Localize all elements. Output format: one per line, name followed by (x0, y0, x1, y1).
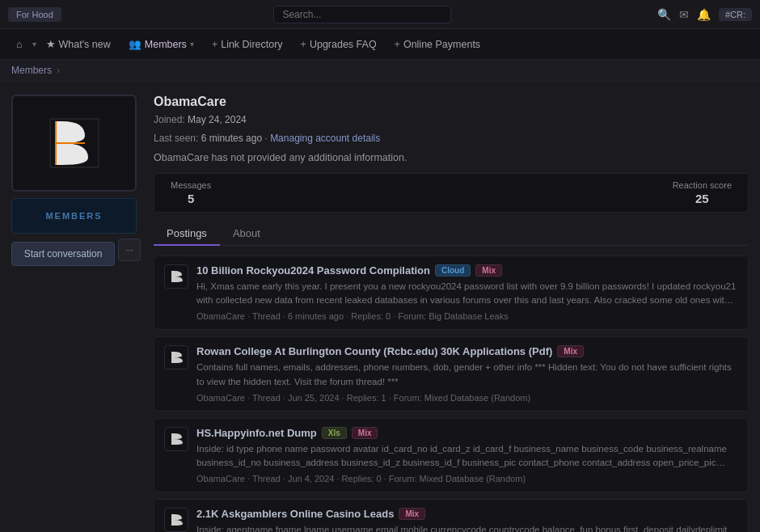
members-label: Members (145, 39, 187, 50)
joined-label: Joined: (154, 114, 185, 125)
tab-about[interactable]: About (220, 222, 273, 246)
menu-bar: ⌂ ▾ ★ What's new 👥 Members ▾ + Link Dire… (0, 29, 760, 60)
sidebar: MEMBERS Start conversation ··· (11, 95, 141, 532)
badge-mix-3: Mix (352, 427, 378, 439)
post-body-4: 2.1K Askgamblers Online Casino Leads Mix… (196, 508, 738, 532)
mail-icon[interactable]: ✉ (679, 8, 689, 21)
list-item: 2.1K Askgamblers Online Casino Leads Mix… (154, 499, 749, 532)
plus-icon-3: + (395, 39, 400, 50)
banner-text: MEMBERS (45, 211, 102, 221)
post-meta-1: ObamaCare · Thread · 6 minutes ago · Rep… (196, 311, 738, 321)
post-forum-1: Forum: Big Database Leaks (398, 311, 508, 321)
breadcrumb-sep: › (57, 65, 60, 76)
plus-icon-2: + (301, 39, 306, 50)
profile-username: ObamaCare (154, 95, 749, 109)
badge-mix-4: Mix (399, 508, 425, 520)
tab-postings[interactable]: Postings (154, 222, 220, 246)
nav-icons: 🔍 ✉ 🔔 #CR: (657, 8, 752, 21)
post-title-link-1[interactable]: 10 Billion Rockyou2024 Password Compilat… (196, 264, 430, 277)
nav-arrow-1: ▾ (32, 40, 36, 49)
post-replies-1: Replies: 0 (351, 311, 391, 321)
last-seen-label: Last seen: (154, 133, 198, 144)
post-forum-2: Forum: Mixed Database (Random) (394, 393, 530, 403)
stat-messages-value: 5 (171, 192, 211, 205)
post-user-1: ObamaCare (196, 311, 245, 321)
plus-icon-1: + (212, 39, 217, 50)
whats-new-label: What's new (59, 39, 111, 50)
last-seen-action[interactable]: Managing account details (270, 133, 380, 144)
post-replies-2: Replies: 1 (347, 393, 386, 403)
profile-tabs: Postings About (154, 222, 749, 246)
post-body-2: Rowan College At Burlington County (Rcbc… (196, 345, 738, 403)
post-date-3: Jun 4, 2024 (288, 474, 335, 483)
svg-rect-6 (171, 271, 174, 282)
members-arrow: ▾ (190, 40, 194, 49)
more-options-button[interactable]: ··· (118, 239, 141, 261)
svg-rect-5 (167, 268, 185, 285)
svg-rect-10 (171, 433, 174, 445)
profile-last-seen: Last seen: 6 minutes ago · Managing acco… (154, 130, 749, 146)
post-title-4: 2.1K Askgamblers Online Casino Leads Mix (196, 508, 738, 520)
hash-badge[interactable]: #CR: (719, 8, 752, 21)
post-title-2: Rowan College At Burlington County (Rcbc… (196, 345, 738, 357)
nav-online-payments[interactable]: + Online Payments (386, 34, 489, 55)
profile-header: ObamaCare Joined: May 24, 2024 Last seen… (154, 95, 749, 163)
post-excerpt-1: Hi, Xmas came early this year. I present… (196, 280, 738, 308)
bell-icon[interactable]: 🔔 (697, 8, 711, 21)
home-icon: ⌂ (16, 39, 23, 50)
star-icon: ★ (46, 38, 56, 50)
svg-rect-9 (167, 430, 185, 448)
stats-row: Messages 5 Reaction score 25 (154, 173, 749, 213)
breadcrumb-members[interactable]: Members (11, 65, 52, 76)
post-title-3: HS.Happyinfo.net Dump Xls Mix (196, 427, 738, 439)
post-meta-2: ObamaCare · Thread · Jun 25, 2024 · Repl… (196, 393, 738, 403)
post-title-link-2[interactable]: Rowan College At Burlington County (Rcbc… (196, 345, 552, 357)
post-avatar-2 (164, 345, 188, 369)
nav-members[interactable]: 👥 Members ▾ (120, 33, 202, 55)
post-forum-3: Forum: Mixed Database (Random) (389, 474, 526, 483)
post-avatar-1 (164, 264, 188, 289)
nav-link-directory[interactable]: + Link Directory (204, 34, 291, 55)
top-nav: For Hood 🔍 ✉ 🔔 #CR: (0, 0, 760, 29)
banner-image: MEMBERS (11, 198, 137, 234)
avatar-box (11, 95, 137, 192)
post-user-3: ObamaCare (196, 474, 245, 483)
nav-home[interactable]: ⌂ (8, 34, 31, 55)
profile-content: ObamaCare Joined: May 24, 2024 Last seen… (154, 95, 749, 532)
post-title-link-4[interactable]: 2.1K Askgamblers Online Casino Leads (196, 508, 394, 520)
post-avatar-4 (164, 508, 188, 532)
stat-messages-label: Messages (171, 180, 211, 190)
search-icon[interactable]: 🔍 (657, 8, 671, 21)
post-type-1: Thread (252, 311, 281, 321)
search-area (71, 6, 654, 23)
post-body-3: HS.Happyinfo.net Dump Xls Mix Inside: id… (196, 427, 738, 484)
sidebar-buttons: Start conversation ··· (11, 234, 141, 266)
post-body-1: 10 Billion Rockyou2024 Password Compilat… (196, 264, 738, 322)
search-input[interactable] (273, 6, 451, 23)
main-content: MEMBERS Start conversation ··· ObamaCare… (0, 82, 760, 532)
list-item: Rowan College At Burlington County (Rcbc… (154, 336, 749, 412)
post-date-2: Jun 25, 2024 (288, 393, 340, 403)
avatar-image (38, 107, 111, 179)
nav-upgrades-faq[interactable]: + Upgrades FAQ (293, 34, 385, 55)
post-user-2: ObamaCare (196, 393, 245, 403)
post-title-1: 10 Billion Rockyou2024 Password Compilat… (196, 264, 738, 277)
svg-rect-11 (167, 511, 185, 529)
logo[interactable]: For Hood (8, 7, 61, 22)
profile-joined: Joined: May 24, 2024 (154, 112, 749, 128)
members-icon: 👥 (129, 38, 141, 50)
joined-value: May 24, 2024 (188, 114, 247, 125)
link-directory-label: Link Directory (221, 39, 282, 50)
post-excerpt-3: Inside: id type phone name password avat… (196, 442, 738, 471)
nav-whats-new[interactable]: ★ What's new (38, 33, 119, 55)
post-replies-3: Replies: 0 (342, 474, 382, 483)
start-conversation-button[interactable]: Start conversation (11, 242, 115, 266)
badge-cloud-1: Cloud (435, 264, 471, 277)
profile-bio: ObamaCare has not provided any additiona… (154, 152, 749, 163)
post-date-1: 6 minutes ago (288, 311, 344, 321)
post-type-3: Thread (252, 474, 281, 483)
post-title-link-3[interactable]: HS.Happyinfo.net Dump (196, 427, 317, 439)
post-excerpt-4: Inside: agentname fname lname username e… (196, 523, 738, 532)
last-seen-value: 6 minutes ago (201, 133, 262, 144)
post-excerpt-2: Contains full names, emails, addresses, … (196, 361, 738, 389)
